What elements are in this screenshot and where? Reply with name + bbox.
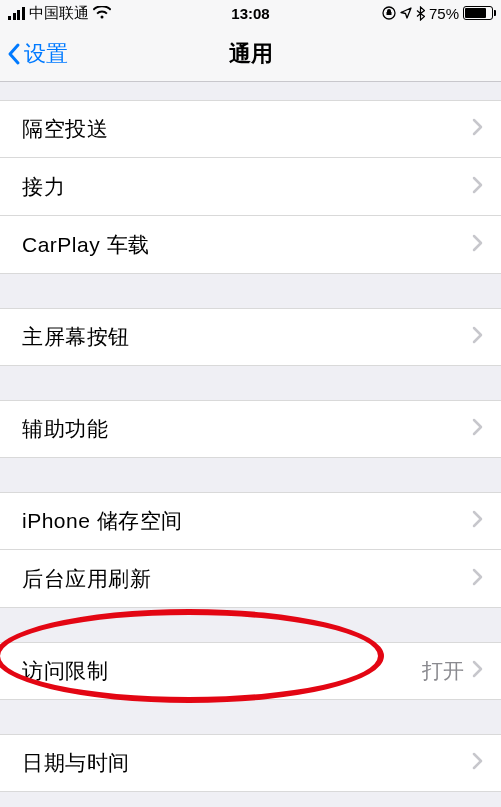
wifi-icon	[93, 6, 111, 20]
chevron-right-icon	[472, 660, 483, 682]
carrier-label: 中国联通	[29, 4, 89, 23]
row-label: 隔空投送	[22, 115, 472, 143]
row-handoff[interactable]: 接力	[0, 158, 501, 216]
chevron-right-icon	[472, 568, 483, 590]
chevron-right-icon	[472, 326, 483, 348]
signal-icon	[8, 7, 25, 20]
status-time: 13:08	[231, 5, 269, 22]
chevron-right-icon	[472, 418, 483, 440]
chevron-left-icon	[6, 42, 22, 66]
page-title: 通用	[229, 39, 273, 69]
row-label: iPhone 储存空间	[22, 507, 472, 535]
row-value: 打开	[422, 657, 464, 685]
row-airdrop[interactable]: 隔空投送	[0, 100, 501, 158]
location-icon	[400, 7, 412, 19]
chevron-right-icon	[472, 752, 483, 774]
row-iphone-storage[interactable]: iPhone 储存空间	[0, 492, 501, 550]
status-left: 中国联通	[8, 4, 111, 23]
chevron-right-icon	[472, 176, 483, 198]
row-label: 访问限制	[22, 657, 422, 685]
bluetooth-icon	[416, 6, 425, 21]
battery-pct-label: 75%	[429, 5, 459, 22]
row-label: 接力	[22, 173, 472, 201]
settings-list: 隔空投送 接力 CarPlay 车载 主屏幕按钮 辅助功能 iPhone 储存空…	[0, 82, 501, 792]
row-accessibility[interactable]: 辅助功能	[0, 400, 501, 458]
row-label: CarPlay 车载	[22, 231, 472, 259]
battery-icon	[463, 6, 493, 20]
status-right: 75%	[382, 5, 493, 22]
row-date-time[interactable]: 日期与时间	[0, 734, 501, 792]
status-bar: 中国联通 13:08 75%	[0, 0, 501, 26]
chevron-right-icon	[472, 510, 483, 532]
back-label: 设置	[24, 39, 68, 69]
row-label: 主屏幕按钮	[22, 323, 472, 351]
rotation-lock-icon	[382, 6, 396, 20]
chevron-right-icon	[472, 234, 483, 256]
back-button[interactable]: 设置	[0, 39, 68, 69]
row-home-button[interactable]: 主屏幕按钮	[0, 308, 501, 366]
row-background-refresh[interactable]: 后台应用刷新	[0, 550, 501, 608]
row-label: 日期与时间	[22, 749, 472, 777]
chevron-right-icon	[472, 118, 483, 140]
nav-bar: 设置 通用	[0, 26, 501, 82]
row-label: 后台应用刷新	[22, 565, 472, 593]
row-restrictions[interactable]: 访问限制 打开	[0, 642, 501, 700]
row-carplay[interactable]: CarPlay 车载	[0, 216, 501, 274]
row-label: 辅助功能	[22, 415, 472, 443]
